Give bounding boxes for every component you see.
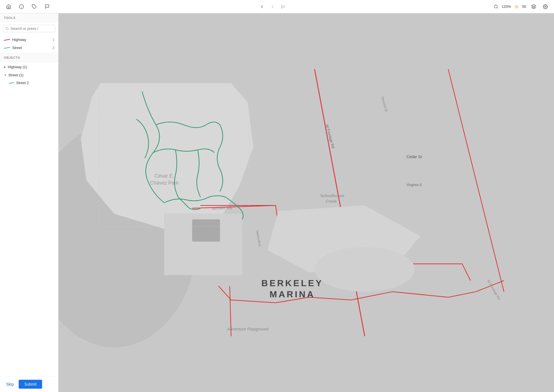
svg-text:Schoolhouse: Schoolhouse xyxy=(320,193,344,198)
flag-button[interactable] xyxy=(43,3,51,10)
map-svg: W Frontage Rd Second St Cedar St Virgini… xyxy=(59,13,554,392)
object-street-2[interactable]: Street 2 xyxy=(0,79,58,87)
home-icon xyxy=(6,4,11,9)
skip-button[interactable]: Skip xyxy=(4,380,16,388)
svg-text:MARINA: MARINA xyxy=(269,289,315,299)
svg-line-17 xyxy=(518,5,518,5)
sidebar-footer: Skip Submit xyxy=(0,376,58,392)
svg-line-21 xyxy=(8,29,8,30)
svg-line-16 xyxy=(515,8,515,8)
tool-highway[interactable]: Highway 1 xyxy=(0,36,58,44)
forward-button[interactable] xyxy=(268,3,277,10)
tool-street-label: Street xyxy=(12,46,22,50)
submit-button[interactable]: Submit xyxy=(19,380,42,389)
info-button[interactable] xyxy=(17,3,26,10)
tool-highway-label: Highway xyxy=(12,38,26,42)
tools-header: TOOLS xyxy=(0,13,58,22)
svg-marker-18 xyxy=(532,4,536,7)
svg-point-19 xyxy=(545,6,546,7)
flag-icon xyxy=(45,4,50,9)
skip-forward-button[interactable] xyxy=(279,3,287,10)
sidebar: TOOLS Highway 1 Street 2 xyxy=(0,13,59,392)
tools-list: Highway 1 Street 2 xyxy=(0,35,58,53)
svg-point-9 xyxy=(516,6,517,8)
svg-text:Virginia S: Virginia S xyxy=(407,183,422,187)
skip-forward-icon xyxy=(281,4,286,9)
back-button[interactable] xyxy=(258,3,266,10)
layers-icon xyxy=(531,4,536,9)
object-group-highway[interactable]: ▶ Highway (1) xyxy=(0,63,58,71)
chevron-right-icon: ▶ xyxy=(4,65,6,68)
street-2-line-icon xyxy=(9,81,14,85)
info-icon xyxy=(19,4,24,9)
home-button[interactable] xyxy=(4,3,13,10)
search-box[interactable] xyxy=(3,25,55,32)
svg-line-8 xyxy=(497,8,498,8)
tool-street-count: 2 xyxy=(52,46,54,50)
object-group-street[interactable]: ▼ Street (1) xyxy=(0,71,58,79)
search-icon xyxy=(5,27,9,30)
svg-text:Creek: Creek xyxy=(326,199,337,204)
layers-button[interactable] xyxy=(529,3,538,10)
tag-button[interactable] xyxy=(30,3,38,10)
top-bar-right: 120% 50 xyxy=(494,3,550,10)
street-line-icon xyxy=(4,46,10,50)
chevron-right-icon xyxy=(270,4,275,9)
svg-line-13 xyxy=(518,8,518,8)
object-group-street-label: Street (1) xyxy=(8,73,23,77)
top-bar-center xyxy=(258,3,287,10)
zoom-icon xyxy=(494,4,498,9)
svg-marker-5 xyxy=(282,5,284,8)
tag-icon xyxy=(32,4,37,9)
tool-highway-count: 1 xyxy=(52,38,54,42)
brightness-icon xyxy=(514,4,519,9)
brightness-value: 50 xyxy=(522,4,526,9)
chevron-down-icon: ▼ xyxy=(4,74,7,77)
object-group-highway-label: Highway (1) xyxy=(8,65,27,69)
svg-text:Adventure Playground: Adventure Playground xyxy=(227,327,268,331)
object-street-2-label: Street 2 xyxy=(16,81,29,85)
svg-point-7 xyxy=(494,5,497,8)
search-input[interactable] xyxy=(11,26,53,31)
top-bar-left xyxy=(4,3,51,10)
main-layout: TOOLS Highway 1 Street 2 xyxy=(0,13,554,392)
map-area[interactable]: W Frontage Rd Second St Cedar St Virgini… xyxy=(59,13,554,392)
svg-text:César E.: César E. xyxy=(155,173,174,179)
svg-rect-26 xyxy=(192,219,220,242)
svg-point-51 xyxy=(315,247,415,292)
svg-point-20 xyxy=(6,27,8,30)
objects-list: ▶ Highway (1) ▼ Street (1) Street 2 xyxy=(0,62,58,88)
objects-header: OBJECTS xyxy=(0,53,58,62)
svg-text:BERKELEY: BERKELEY xyxy=(261,278,323,288)
settings-button[interactable] xyxy=(541,3,550,10)
top-bar: 120% 50 xyxy=(0,0,554,13)
tool-street[interactable]: Street 2 xyxy=(0,44,58,52)
objects-section: OBJECTS ▶ Highway (1) ▼ Street (1) Stree… xyxy=(0,53,58,376)
zoom-level: 120% xyxy=(502,4,511,9)
chevron-left-icon xyxy=(259,4,264,9)
svg-line-12 xyxy=(515,5,515,5)
settings-icon xyxy=(543,4,548,9)
svg-text:Cedar St: Cedar St xyxy=(407,155,422,159)
svg-text:Chávez Park: Chávez Park xyxy=(150,180,179,186)
highway-line-icon xyxy=(4,38,10,42)
